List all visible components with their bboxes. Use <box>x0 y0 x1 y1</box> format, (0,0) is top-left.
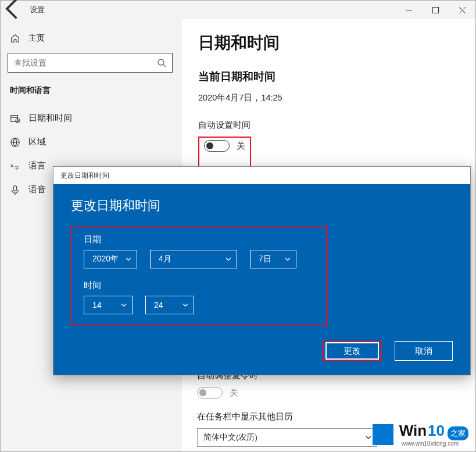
sidebar-item-datetime[interactable]: 日期和时间 <box>8 106 175 130</box>
time-section-label: 时间 <box>84 280 315 291</box>
sidebar-item-region[interactable]: 区域 <box>8 130 175 154</box>
current-datetime-value: 2020年4月7日，14:25 <box>198 92 459 103</box>
sidebar-item-label: 语言 <box>28 160 46 171</box>
auto-time-highlight: 关 <box>198 137 251 168</box>
watermark: Win 10 之家 www.win10xitong.com <box>373 422 468 447</box>
sidebar-item-label: 日期和时间 <box>28 113 72 124</box>
dialog-fields-highlight: 日期 2020年 4月 7日 时间 <box>71 226 328 326</box>
arrow-left-icon <box>1 0 26 21</box>
dialog-cancel-label: 取消 <box>415 346 432 357</box>
other-calendar-select[interactable]: 简体中文(农历) <box>197 428 377 447</box>
auto-time-toggle[interactable] <box>204 140 230 152</box>
dialog-ok-button[interactable]: 更改 <box>325 342 379 360</box>
chevron-down-icon <box>225 256 232 263</box>
minute-select[interactable]: 24 <box>145 296 194 314</box>
svg-rect-7 <box>13 185 16 191</box>
minute-value: 24 <box>154 300 163 310</box>
dialog-titlebar: 更改日期和时间 <box>53 167 470 184</box>
month-select[interactable]: 4月 <box>150 250 237 268</box>
auto-dst-toggle-row: 关 <box>197 387 464 399</box>
page-title: 日期和时间 <box>198 32 459 54</box>
hour-value: 14 <box>92 300 102 310</box>
toggle-knob <box>199 389 206 396</box>
microphone-icon <box>10 185 20 195</box>
date-section-label: 日期 <box>84 234 315 245</box>
settings-window: 设置 主页 时间和语言 日期和时间 区域 <box>0 0 476 452</box>
current-datetime-heading: 当前日期和时间 <box>198 69 459 84</box>
svg-text:字: 字 <box>15 166 19 171</box>
calendar-clock-icon <box>10 113 20 124</box>
chevron-down-icon <box>120 302 127 308</box>
language-icon: A字 <box>10 161 20 171</box>
globe-icon <box>10 137 20 148</box>
toggle-knob <box>206 142 213 149</box>
sidebar-heading: 时间和语言 <box>10 85 175 96</box>
auto-time-state: 关 <box>237 141 245 152</box>
titlebar: 设置 <box>1 1 475 19</box>
maximize-icon <box>432 7 439 13</box>
dialog-heading: 更改日期和时间 <box>71 197 453 214</box>
window-title: 设置 <box>30 5 45 15</box>
dialog-title-text: 更改日期和时间 <box>60 171 109 181</box>
year-value: 2020年 <box>92 254 119 264</box>
day-value: 7日 <box>259 254 271 264</box>
svg-point-1 <box>158 59 164 65</box>
other-calendar-value: 简体中文(农历) <box>203 432 257 443</box>
svg-rect-0 <box>432 7 438 13</box>
search-input[interactable] <box>14 58 157 67</box>
sidebar-item-label: 区域 <box>28 137 46 148</box>
chevron-down-icon <box>182 302 189 308</box>
other-calendar-label: 在任务栏中显示其他日历 <box>197 411 464 422</box>
watermark-brand2: 10 <box>428 422 445 440</box>
day-select[interactable]: 7日 <box>250 250 296 268</box>
hour-select[interactable]: 14 <box>84 296 133 314</box>
change-datetime-dialog: 更改日期和时间 更改日期和时间 日期 2020年 4月 7日 <box>53 166 471 375</box>
minimize-icon <box>406 7 412 13</box>
close-icon <box>459 7 466 13</box>
search-icon <box>157 58 166 67</box>
svg-text:A: A <box>10 163 14 168</box>
sidebar-home[interactable]: 主页 <box>10 33 175 44</box>
watermark-zhi: 之家 <box>448 426 468 440</box>
dialog-cancel-button[interactable]: 取消 <box>395 341 453 361</box>
year-select[interactable]: 2020年 <box>84 250 137 268</box>
chevron-down-icon <box>125 256 132 263</box>
watermark-url: www.win10xitong.com <box>402 440 468 447</box>
auto-dst-toggle <box>197 387 223 399</box>
windows-logo-icon <box>373 424 393 445</box>
chevron-down-icon <box>365 434 372 441</box>
dialog-ok-highlight: 更改 <box>323 341 382 361</box>
dialog-ok-label: 更改 <box>343 346 361 357</box>
auto-time-label: 自动设置时间 <box>198 120 459 131</box>
month-value: 4月 <box>159 254 171 264</box>
chevron-down-icon <box>284 256 291 263</box>
home-icon <box>10 33 20 44</box>
watermark-brand1: Win <box>399 422 427 440</box>
sidebar-home-label: 主页 <box>28 33 45 44</box>
auto-dst-state: 关 <box>230 388 238 399</box>
minimize-button[interactable] <box>395 1 422 19</box>
maximize-button[interactable] <box>422 1 449 19</box>
sidebar-item-label: 语音 <box>28 184 46 195</box>
close-button[interactable] <box>449 1 475 19</box>
search-box[interactable] <box>8 53 173 73</box>
auto-time-toggle-row: 关 <box>204 140 245 152</box>
